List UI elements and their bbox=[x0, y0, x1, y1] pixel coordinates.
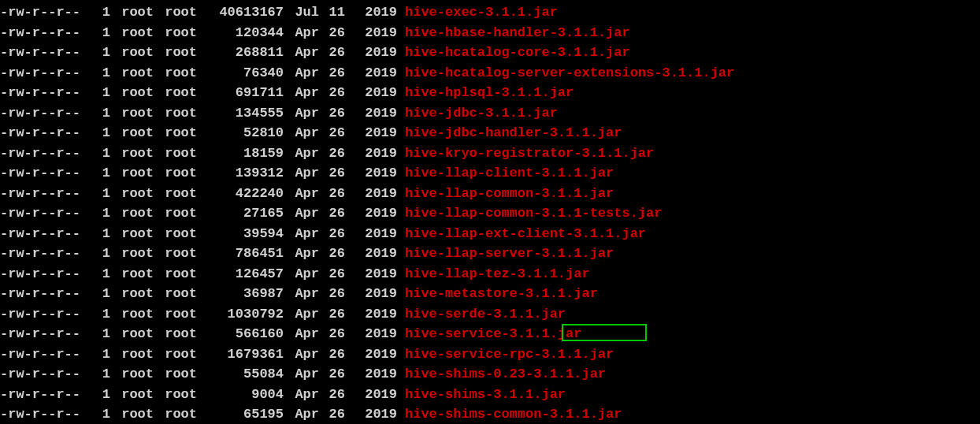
file-group: root bbox=[154, 2, 197, 23]
list-row: -rw-r--r--1rootroot65195Apr262019hive-sh… bbox=[0, 404, 980, 424]
list-row: -rw-r--r--1rootroot1030792Apr262019hive-… bbox=[0, 304, 980, 325]
file-name: hive-service-rpc-3.1.1.jar bbox=[405, 344, 614, 365]
file-group: root bbox=[154, 284, 197, 304]
file-month: Apr bbox=[284, 224, 319, 244]
file-group: root bbox=[154, 324, 197, 344]
file-day: 26 bbox=[319, 203, 345, 224]
file-day: 26 bbox=[319, 163, 345, 184]
file-day: 26 bbox=[319, 324, 345, 344]
file-owner: root bbox=[110, 244, 154, 264]
file-group: root bbox=[154, 63, 197, 84]
file-size: 691711 bbox=[197, 83, 284, 103]
file-name: hive-llap-ext-client-3.1.1.jar bbox=[405, 224, 646, 244]
file-size: 52810 bbox=[197, 123, 284, 143]
file-day: 26 bbox=[319, 184, 345, 204]
file-links: 1 bbox=[95, 264, 110, 285]
file-permissions: -rw-r--r-- bbox=[0, 344, 95, 365]
file-name: hive-metastore-3.1.1.jar bbox=[405, 284, 598, 304]
file-permissions: -rw-r--r-- bbox=[0, 284, 95, 304]
file-name: hive-shims-0.23-3.1.1.jar bbox=[405, 364, 606, 385]
file-year: 2019 bbox=[345, 244, 397, 264]
file-owner: root bbox=[110, 103, 154, 124]
file-month: Apr bbox=[284, 123, 319, 143]
file-year: 2019 bbox=[345, 184, 397, 204]
list-row: -rw-r--r--1rootroot9004Apr262019hive-shi… bbox=[0, 385, 980, 405]
file-links: 1 bbox=[95, 404, 110, 424]
file-month: Apr bbox=[284, 203, 319, 224]
file-permissions: -rw-r--r-- bbox=[0, 23, 95, 43]
file-year: 2019 bbox=[345, 324, 397, 344]
file-year: 2019 bbox=[345, 385, 397, 405]
file-name: hive-serde-3.1.1.jar bbox=[405, 304, 566, 325]
file-owner: root bbox=[110, 83, 154, 103]
file-permissions: -rw-r--r-- bbox=[0, 385, 95, 405]
file-name: hive-service-3.1.1.jar bbox=[405, 324, 581, 344]
file-month: Apr bbox=[284, 163, 319, 184]
list-row: -rw-r--r--1rootroot52810Apr262019hive-jd… bbox=[0, 123, 980, 143]
list-row: -rw-r--r--1rootroot120344Apr262019hive-h… bbox=[0, 23, 980, 43]
file-day: 26 bbox=[319, 404, 345, 424]
file-permissions: -rw-r--r-- bbox=[0, 244, 95, 264]
file-permissions: -rw-r--r-- bbox=[0, 304, 95, 325]
file-group: root bbox=[154, 43, 197, 63]
list-row: -rw-r--r--1rootroot18159Apr262019hive-kr… bbox=[0, 143, 980, 164]
file-name: hive-llap-tez-3.1.1.jar bbox=[405, 264, 590, 285]
file-size: 139312 bbox=[197, 163, 284, 184]
file-owner: root bbox=[110, 63, 154, 84]
file-name: hive-hcatalog-core-3.1.1.jar bbox=[405, 43, 630, 63]
file-permissions: -rw-r--r-- bbox=[0, 264, 95, 285]
file-links: 1 bbox=[95, 203, 110, 224]
file-links: 1 bbox=[95, 143, 110, 164]
file-day: 26 bbox=[319, 23, 345, 43]
file-owner: root bbox=[110, 304, 154, 325]
file-year: 2019 bbox=[345, 203, 397, 224]
file-links: 1 bbox=[95, 163, 110, 184]
file-day: 26 bbox=[319, 224, 345, 244]
file-links: 1 bbox=[95, 344, 110, 365]
file-year: 2019 bbox=[345, 2, 397, 23]
file-permissions: -rw-r--r-- bbox=[0, 83, 95, 103]
file-size: 1679361 bbox=[197, 344, 284, 365]
file-permissions: -rw-r--r-- bbox=[0, 163, 95, 184]
file-group: root bbox=[154, 385, 197, 405]
list-row: -rw-r--r--1rootroot139312Apr262019hive-l… bbox=[0, 163, 980, 184]
list-row: -rw-r--r--1rootroot268811Apr262019hive-h… bbox=[0, 43, 980, 63]
file-day: 26 bbox=[319, 43, 345, 63]
file-permissions: -rw-r--r-- bbox=[0, 184, 95, 204]
file-owner: root bbox=[110, 224, 154, 244]
file-year: 2019 bbox=[345, 143, 397, 164]
list-row: -rw-r--r--1rootroot76340Apr262019hive-hc… bbox=[0, 63, 980, 84]
file-month: Apr bbox=[284, 244, 319, 264]
file-size: 566160 bbox=[197, 324, 284, 344]
file-day: 26 bbox=[319, 123, 345, 143]
list-row: -rw-r--r--1rootroot39594Apr262019hive-ll… bbox=[0, 224, 980, 244]
file-group: root bbox=[154, 23, 197, 43]
file-name: hive-llap-client-3.1.1.jar bbox=[405, 163, 614, 184]
file-group: root bbox=[154, 344, 197, 365]
file-group: root bbox=[154, 304, 197, 325]
file-day: 26 bbox=[319, 63, 345, 84]
file-month: Apr bbox=[284, 83, 319, 103]
file-owner: root bbox=[110, 143, 154, 164]
terminal-output[interactable]: -rw-r--r--1rootroot40613167Jul112019hive… bbox=[0, 2, 980, 424]
file-size: 9004 bbox=[197, 385, 284, 405]
file-permissions: -rw-r--r-- bbox=[0, 63, 95, 84]
file-day: 26 bbox=[319, 385, 345, 405]
file-links: 1 bbox=[95, 123, 110, 143]
file-links: 1 bbox=[95, 184, 110, 204]
file-owner: root bbox=[110, 284, 154, 304]
file-permissions: -rw-r--r-- bbox=[0, 324, 95, 344]
list-row: -rw-r--r--1rootroot36987Apr262019hive-me… bbox=[0, 284, 980, 304]
file-size: 134555 bbox=[197, 103, 284, 124]
file-name: hive-llap-common-3.1.1-tests.jar bbox=[405, 203, 662, 224]
file-group: root bbox=[154, 184, 197, 204]
file-year: 2019 bbox=[345, 364, 397, 385]
file-owner: root bbox=[110, 344, 154, 365]
file-year: 2019 bbox=[345, 264, 397, 285]
file-owner: root bbox=[110, 324, 154, 344]
file-size: 126457 bbox=[197, 264, 284, 285]
file-name: hive-hplsql-3.1.1.jar bbox=[405, 83, 574, 103]
file-group: root bbox=[154, 404, 197, 424]
file-name: hive-shims-common-3.1.1.jar bbox=[405, 404, 622, 424]
file-links: 1 bbox=[95, 244, 110, 264]
